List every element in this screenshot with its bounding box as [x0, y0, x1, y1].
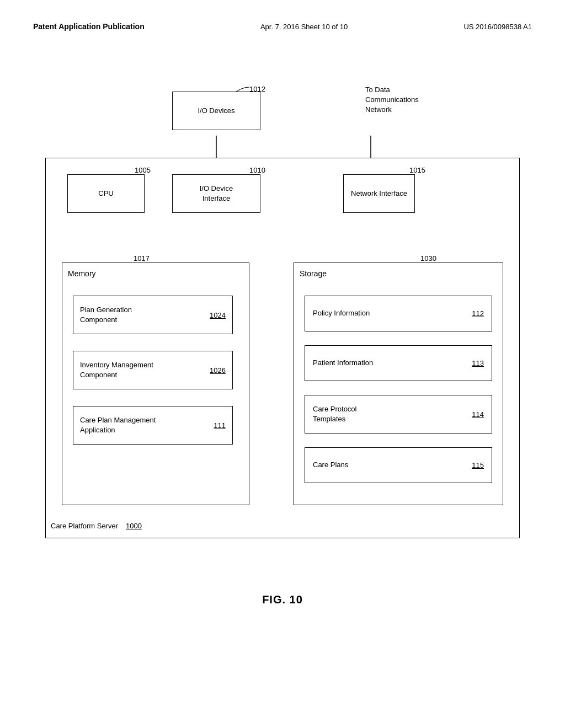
callout-1017: 1017	[134, 254, 150, 263]
ref-1012: 1012	[249, 85, 265, 93]
ref-1000: 1000	[126, 522, 142, 530]
patient-information-label: Patient Information	[313, 358, 373, 368]
figure-caption: FIG. 10	[33, 593, 532, 606]
cpu-label: CPU	[98, 189, 113, 199]
policy-information-box: Policy Information 112	[305, 296, 492, 331]
ref-115: 115	[472, 461, 484, 469]
ref-113: 113	[472, 359, 484, 367]
ref-1024: 1024	[210, 311, 226, 319]
to-data-comms-text: To DataCommunicationsNetwork	[365, 85, 419, 114]
ref-1010: 1010	[249, 166, 265, 174]
ref-1005: 1005	[135, 166, 151, 174]
ref-114: 114	[472, 410, 484, 419]
inventory-management-label: Inventory ManagementComponent	[80, 360, 153, 380]
header-patent-number: US 2016/0098538 A1	[463, 23, 532, 31]
callout-1012: 1012	[249, 85, 265, 93]
care-platform-server-text: Care Platform Server	[51, 522, 118, 530]
page-header: Patent Application Publication Apr. 7, 2…	[33, 22, 532, 31]
cpu-box: CPU	[67, 174, 145, 213]
ref-112: 112	[472, 309, 484, 318]
header-publication: Patent Application Publication	[33, 22, 145, 31]
care-protocol-box: Care ProtocolTemplates 114	[305, 395, 492, 433]
io-devices-label: I/O Devices	[198, 106, 234, 116]
plan-generation-label: Plan GenerationComponent	[80, 305, 132, 325]
memory-label: Memory	[68, 269, 96, 280]
care-plan-mgmt-label: Care Plan ManagementApplication	[80, 415, 156, 435]
storage-label: Storage	[300, 269, 327, 280]
care-plans-label: Care Plans	[313, 460, 348, 470]
figure-caption-text: FIG. 10	[262, 593, 303, 606]
care-plan-mgmt-box: Care Plan ManagementApplication 111	[73, 406, 233, 445]
care-platform-server-label: Care Platform Server 1000	[51, 522, 142, 530]
inventory-management-box: Inventory ManagementComponent 1026	[73, 351, 233, 389]
network-interface-box: Network Interface	[343, 174, 415, 213]
callout-1015: 1015	[409, 166, 425, 174]
patient-information-box: Patient Information 113	[305, 345, 492, 381]
ref-1015: 1015	[409, 166, 425, 174]
callout-1010: 1010	[249, 166, 265, 174]
to-data-comms-label: To DataCommunicationsNetwork	[365, 85, 437, 115]
diagram: I/O Devices 1012 To DataCommunicationsNe…	[45, 64, 520, 560]
network-interface-label: Network Interface	[351, 189, 407, 199]
ref-111: 111	[214, 421, 226, 430]
care-plans-box: Care Plans 115	[305, 447, 492, 483]
io-device-interface-label: I/O DeviceInterface	[200, 184, 233, 204]
ref-1026: 1026	[210, 366, 226, 374]
ref-1017: 1017	[134, 254, 150, 263]
header-date-sheet: Apr. 7, 2016 Sheet 10 of 10	[260, 23, 348, 31]
page: Patent Application Publication Apr. 7, 2…	[0, 0, 565, 728]
io-devices-box: I/O Devices	[172, 92, 260, 130]
plan-generation-box: Plan GenerationComponent 1024	[73, 296, 233, 334]
policy-information-label: Policy Information	[313, 308, 370, 318]
callout-1005: 1005	[135, 166, 151, 174]
care-protocol-label: Care ProtocolTemplates	[313, 404, 356, 424]
callout-1030: 1030	[420, 254, 436, 263]
ref-1030: 1030	[420, 254, 436, 263]
io-device-interface-box: I/O DeviceInterface	[172, 174, 260, 213]
